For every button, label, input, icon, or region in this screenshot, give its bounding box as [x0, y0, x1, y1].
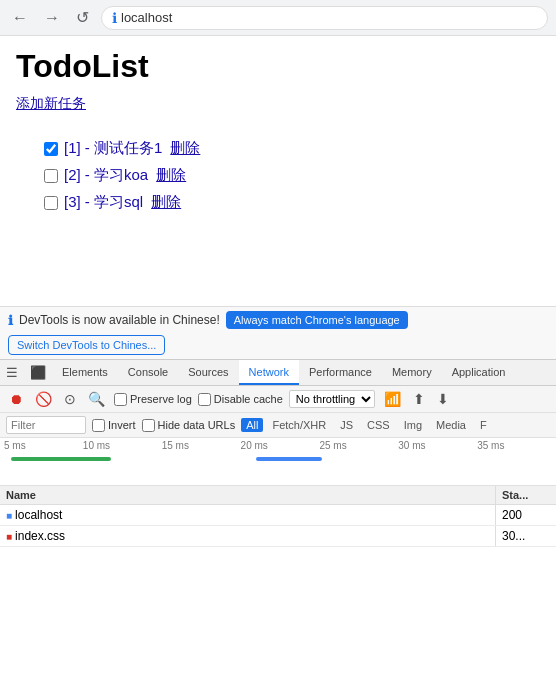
- request-status-css: 30...: [496, 526, 556, 546]
- filter-tab-f[interactable]: F: [475, 418, 492, 432]
- timeline-area: 5 ms 10 ms 15 ms 20 ms 25 ms 30 ms 35 ms: [0, 438, 556, 486]
- timeline-bar-localhost: [11, 457, 111, 461]
- filter-tab-css[interactable]: CSS: [362, 418, 395, 432]
- filter-tab-js[interactable]: JS: [335, 418, 358, 432]
- col-header-status: Sta...: [496, 486, 556, 504]
- timeline-label-25ms: 25 ms: [319, 440, 398, 451]
- notify-text: DevTools is now available in Chinese!: [19, 313, 220, 327]
- delete-link-2[interactable]: 删除: [156, 166, 186, 185]
- wifi-icon-button[interactable]: 📶: [381, 389, 404, 409]
- request-name-css: ■index.css: [0, 526, 496, 546]
- task-checkbox-2[interactable]: [44, 169, 58, 183]
- delete-link-1[interactable]: 删除: [170, 139, 200, 158]
- task-checkbox-1[interactable]: [44, 142, 58, 156]
- request-status-localhost: 200: [496, 505, 556, 525]
- tab-console[interactable]: Console: [118, 360, 178, 385]
- filter-tab-all[interactable]: All: [241, 418, 263, 432]
- back-button[interactable]: ←: [8, 7, 32, 29]
- devtools-notification-bar: ℹ DevTools is now available in Chinese! …: [0, 306, 556, 359]
- filter-row: Invert Hide data URLs All Fetch/XHR JS C…: [0, 413, 556, 438]
- filter-tab-media[interactable]: Media: [431, 418, 471, 432]
- task-text-2: [2] - 学习koa: [64, 166, 148, 185]
- timeline-label-30ms: 30 ms: [398, 440, 477, 451]
- address-bar[interactable]: ℹ localhost: [101, 6, 548, 30]
- url-text: localhost: [121, 10, 172, 25]
- invert-checkbox[interactable]: Invert: [92, 419, 136, 432]
- timeline-label-20ms: 20 ms: [241, 440, 320, 451]
- timeline-label-10ms: 10 ms: [83, 440, 162, 451]
- match-language-button[interactable]: Always match Chrome's language: [226, 311, 408, 329]
- col-header-name: Name: [0, 486, 496, 504]
- list-item: [1] - 测试任务1 删除: [44, 139, 540, 158]
- timeline-label-15ms: 15 ms: [162, 440, 241, 451]
- filter-input[interactable]: [6, 416, 86, 434]
- task-text-1: [1] - 测试任务1: [64, 139, 162, 158]
- todo-list: [1] - 测试任务1 删除 [2] - 学习koa 删除 [3] - 学习sq…: [16, 139, 540, 212]
- table-row[interactable]: ■localhost 200: [0, 505, 556, 526]
- upload-icon-button[interactable]: ⬆: [410, 389, 428, 409]
- filter-tab-fetch-xhr[interactable]: Fetch/XHR: [267, 418, 331, 432]
- table-row[interactable]: ■index.css 30...: [0, 526, 556, 547]
- requests-table: Name Sta... ■localhost 200 ■index.css 30…: [0, 486, 556, 693]
- request-name-localhost: ■localhost: [0, 505, 496, 525]
- reload-button[interactable]: ↺: [72, 6, 93, 29]
- forward-button[interactable]: →: [40, 7, 64, 29]
- tab-elements[interactable]: Elements: [52, 360, 118, 385]
- page-title: TodoList: [16, 48, 540, 85]
- tab-application[interactable]: Application: [442, 360, 516, 385]
- delete-link-3[interactable]: 删除: [151, 193, 181, 212]
- throttle-select[interactable]: No throttling: [289, 390, 375, 408]
- timeline-label-35ms: 35 ms: [477, 440, 556, 451]
- security-icon: ℹ: [112, 10, 117, 26]
- page-content: TodoList 添加新任务 [1] - 测试任务1 删除 [2] - 学习ko…: [0, 36, 556, 306]
- list-item: [2] - 学习koa 删除: [44, 166, 540, 185]
- devtools-toolbar: ⏺ 🚫 ⊙ 🔍 Preserve log Disable cache No th…: [0, 386, 556, 413]
- devtools-menu-icon[interactable]: ☰: [0, 360, 24, 385]
- preserve-log-checkbox[interactable]: Preserve log: [114, 393, 192, 406]
- devtools-panel: ☰ ⬛ Elements Console Sources Network Per…: [0, 359, 556, 693]
- switch-devtools-button[interactable]: Switch DevTools to Chines...: [8, 335, 165, 355]
- record-button[interactable]: ⏺: [6, 389, 26, 409]
- tab-sources[interactable]: Sources: [178, 360, 238, 385]
- tab-network[interactable]: Network: [239, 360, 299, 385]
- disable-cache-checkbox[interactable]: Disable cache: [198, 393, 283, 406]
- clear-button[interactable]: 🚫: [32, 389, 55, 409]
- timeline-labels: 5 ms 10 ms 15 ms 20 ms 25 ms 30 ms 35 ms: [0, 438, 556, 451]
- filter-type-tabs: All Fetch/XHR JS CSS Img Media F: [241, 418, 492, 432]
- list-item: [3] - 学习sql 删除: [44, 193, 540, 212]
- filter-icon-button[interactable]: ⊙: [61, 389, 79, 409]
- download-icon-button[interactable]: ⬇: [434, 389, 452, 409]
- task-checkbox-3[interactable]: [44, 196, 58, 210]
- request-icon-css: ■: [6, 531, 12, 542]
- timeline-bar-area: [0, 451, 556, 485]
- notify-info-icon: ℹ: [8, 313, 13, 328]
- filter-tab-img[interactable]: Img: [399, 418, 427, 432]
- add-task-link[interactable]: 添加新任务: [16, 95, 86, 113]
- browser-bar: ← → ↺ ℹ localhost: [0, 0, 556, 36]
- tab-performance[interactable]: Performance: [299, 360, 382, 385]
- hide-data-urls-checkbox[interactable]: Hide data URLs: [142, 419, 236, 432]
- tab-memory[interactable]: Memory: [382, 360, 442, 385]
- search-icon-button[interactable]: 🔍: [85, 389, 108, 409]
- timeline-bar-css: [256, 457, 323, 461]
- request-icon-localhost: ■: [6, 510, 12, 521]
- devtools-tabs: ☰ ⬛ Elements Console Sources Network Per…: [0, 360, 556, 386]
- table-header: Name Sta...: [0, 486, 556, 505]
- task-text-3: [3] - 学习sql: [64, 193, 143, 212]
- devtools-inspect-icon[interactable]: ⬛: [24, 360, 52, 385]
- timeline-label-5ms: 5 ms: [4, 440, 83, 451]
